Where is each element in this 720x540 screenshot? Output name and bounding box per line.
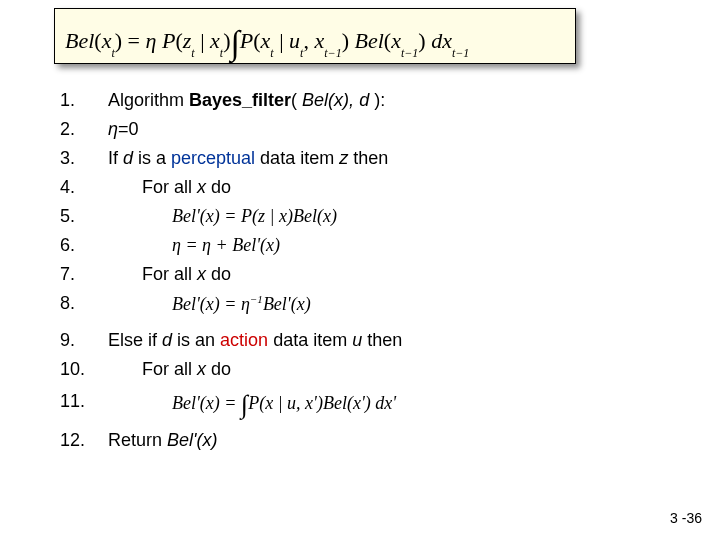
algo-line-5: 5. Bel'(x) = P(z | x)Bel(x) [60,202,670,231]
line-number: 10. [60,359,108,380]
eq-x: x [102,28,112,53]
line-number: 3. [60,148,108,169]
eta-icon: η [202,235,211,255]
return-value: Bel'(x) [167,430,217,450]
algo-line-9: 9. Else if d is an action data item u th… [60,326,670,355]
algo-line-7: 7. For all x do [60,260,670,289]
line-number: 4. [60,177,108,198]
line-number: 7. [60,264,108,285]
algo-line-11: 11. Bel'(x) = ∫P(x | u, x')Bel(x') dx' [60,384,670,418]
line-number: 9. [60,330,108,351]
line-number: 2. [60,119,108,140]
eta-icon: η [241,294,250,314]
line-number: 6. [60,235,108,256]
perceptual-keyword: perceptual [171,148,255,168]
algo-line-3: 3. If d is a perceptual data item z then [60,144,670,173]
algo-line-10: 10. For all x do [60,355,670,384]
algo-line-1: 1. Algorithm Bayes_filter( Bel(x), d ): [60,86,670,115]
eq-bel: Bel [65,28,94,53]
algo-line-12: 12. Return Bel'(x) [60,426,670,455]
line-number: 1. [60,90,108,111]
integral-icon: ∫ [241,390,248,419]
equation-box: Bel(xt) = η P(zt | xt)∫P(xt | ut, xt−1) … [54,8,576,64]
slide-number: 3 -36 [670,510,702,526]
eta-icon: η [146,28,157,53]
algo-line-8: 8. Bel'(x) = η−1Bel'(x) [60,289,670,318]
action-keyword: action [220,330,268,350]
algo-line-2: 2. η=0 [60,115,670,144]
line-number: 12. [60,430,108,451]
algorithm-listing: 1. Algorithm Bayes_filter( Bel(x), d ): … [60,86,670,455]
line-number: 8. [60,293,108,314]
algo-line-4: 4. For all x do [60,173,670,202]
line-number: 5. [60,206,108,227]
line-number: 11. [60,391,108,412]
slide: Bel(xt) = η P(zt | xt)∫P(xt | ut, xt−1) … [0,0,720,540]
eta-icon: η [172,235,181,255]
integral-icon: ∫ [230,24,239,61]
algo-line-6: 6. η = η + Bel'(x) [60,231,670,260]
eta-icon: η [108,119,118,139]
algo-name: Bayes_filter [189,90,291,110]
